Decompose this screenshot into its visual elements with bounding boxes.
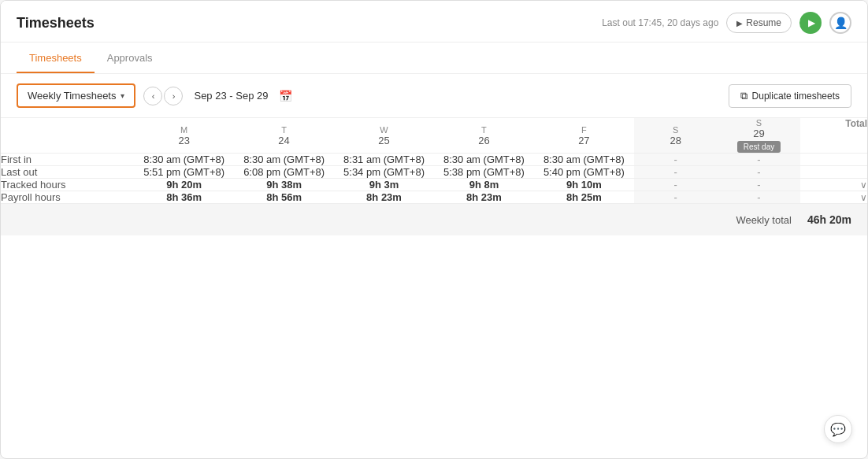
user-avatar[interactable]: 👤: [829, 12, 851, 34]
tab-timesheets[interactable]: Timesheets: [17, 43, 95, 73]
day-number-sat: 28: [634, 135, 718, 146]
tracked-hours-sun: -: [718, 179, 801, 191]
date-range: Sep 23 - Sep 29: [194, 90, 268, 102]
chat-bubble-button[interactable]: 💬: [824, 415, 852, 443]
first-in-wed: 8:31 am (GMT+8): [334, 154, 434, 166]
nav-arrows: ‹ ›: [143, 87, 183, 105]
first-in-row: First in 8:30 am (GMT+8) 8:30 am (GMT+8)…: [1, 154, 867, 166]
day-header-thu: T 26: [434, 118, 534, 154]
next-week-button[interactable]: ›: [164, 87, 183, 105]
chat-icon: 💬: [830, 422, 846, 437]
duplicate-btn-label: Duplicate timesheets: [752, 91, 840, 102]
tracked-hours-expand[interactable]: ∨: [800, 179, 867, 191]
payroll-hours-label: Payroll hours: [1, 191, 134, 204]
weekly-timesheets-button[interactable]: Weekly Timesheets ▾: [17, 83, 135, 108]
first-in-fri: 8:30 am (GMT+8): [534, 154, 634, 166]
day-letter-sun: S: [718, 118, 801, 128]
first-in-sat: -: [634, 154, 718, 166]
last-out-text: Last out 17:45, 20 days ago: [602, 17, 718, 28]
last-out-label: Last out: [1, 166, 134, 179]
footer-row: Weekly total 46h 20m: [1, 204, 867, 236]
tracked-hours-thu: 9h 8m: [434, 179, 534, 191]
day-header-mon: M 23: [134, 118, 234, 154]
app-header: Timesheets Last out 17:45, 20 days ago ▶…: [1, 1, 867, 43]
app-title: Timesheets: [17, 15, 95, 31]
header-right: Last out 17:45, 20 days ago ▶ Resume ▶ 👤: [602, 12, 851, 34]
last-out-fri: 5:40 pm (GMT+8): [534, 166, 634, 179]
calendar-icon[interactable]: 📅: [279, 90, 292, 102]
payroll-hours-mon: 8h 36m: [134, 191, 234, 204]
day-header-sat: S 28: [634, 118, 718, 154]
day-letter-fri: F: [534, 125, 634, 135]
payroll-hours-sun: -: [718, 191, 801, 204]
avatar-icon: 👤: [834, 17, 848, 29]
first-in-total: [800, 154, 867, 166]
payroll-hours-wed: 8h 23m: [334, 191, 434, 204]
tracked-hours-row: Tracked hours 9h 20m 9h 38m 9h 3m 9h 8m …: [1, 179, 867, 191]
day-number-wed: 25: [334, 135, 434, 146]
label-header: [1, 118, 134, 154]
tab-bar: Timesheets Approvals: [1, 43, 867, 74]
day-number-mon: 23: [134, 135, 234, 146]
weekly-total-label: Weekly total: [736, 214, 792, 226]
day-letter-sat: S: [634, 125, 718, 135]
first-in-sun: -: [718, 154, 801, 166]
start-timer-button[interactable]: ▶: [799, 12, 822, 34]
resume-label: Resume: [746, 17, 781, 28]
payroll-hours-sat: -: [634, 191, 718, 204]
payroll-hours-tue: 8h 56m: [234, 191, 334, 204]
tracked-hours-mon: 9h 20m: [134, 179, 234, 191]
day-header-tue: T 24: [234, 118, 334, 154]
resume-button[interactable]: ▶ Resume: [726, 13, 792, 33]
timesheet-table: M 23 T 24 W 25 T 26 F 27: [1, 118, 867, 235]
tracked-hours-wed: 9h 3m: [334, 179, 434, 191]
last-out-total: [800, 166, 867, 179]
payroll-hours-row: Payroll hours 8h 36m 8h 56m 8h 23m 8h 23…: [1, 191, 867, 204]
last-out-thu: 5:38 pm (GMT+8): [434, 166, 534, 179]
total-header: Total: [800, 118, 867, 154]
toolbar: Weekly Timesheets ▾ ‹ › Sep 23 - Sep 29 …: [1, 74, 867, 118]
copy-icon: ⧉: [740, 90, 747, 102]
duplicate-timesheets-button[interactable]: ⧉ Duplicate timesheets: [729, 84, 851, 108]
chevron-down-icon: ∨: [860, 180, 867, 191]
tracked-hours-label: Tracked hours: [1, 179, 134, 191]
tracked-hours-tue: 9h 38m: [234, 179, 334, 191]
last-out-wed: 5:34 pm (GMT+8): [334, 166, 434, 179]
last-out-tue: 6:08 pm (GMT+8): [234, 166, 334, 179]
weekly-total-value: 46h 20m: [807, 213, 851, 226]
rest-day-badge: Rest day: [737, 141, 781, 153]
tracked-hours-sat: -: [634, 179, 718, 191]
day-number-thu: 26: [434, 135, 534, 146]
day-number-tue: 24: [234, 135, 334, 146]
day-letter-tue: T: [234, 125, 334, 135]
first-in-thu: 8:30 am (GMT+8): [434, 154, 534, 166]
day-headers-row: M 23 T 24 W 25 T 26 F 27: [1, 118, 867, 154]
weekly-btn-label: Weekly Timesheets: [28, 90, 116, 102]
day-letter-thu: T: [434, 125, 534, 135]
last-out-sat: -: [634, 166, 718, 179]
last-out-mon: 5:51 pm (GMT+8): [134, 166, 234, 179]
first-in-tue: 8:30 am (GMT+8): [234, 154, 334, 166]
last-out-sun: -: [718, 166, 801, 179]
play-circle-icon: ▶: [808, 17, 815, 28]
last-out-row: Last out 5:51 pm (GMT+8) 6:08 pm (GMT+8)…: [1, 166, 867, 179]
tracked-hours-fri: 9h 10m: [534, 179, 634, 191]
day-letter-mon: M: [134, 125, 234, 135]
tab-approvals[interactable]: Approvals: [95, 43, 165, 73]
first-in-mon: 8:30 am (GMT+8): [134, 154, 234, 166]
day-number-sun: 29: [718, 128, 801, 139]
day-header-wed: W 25: [334, 118, 434, 154]
play-icon: ▶: [736, 19, 743, 28]
chevron-down-icon: ▾: [121, 91, 124, 100]
day-letter-wed: W: [334, 125, 434, 135]
chevron-down-icon: ∨: [860, 192, 867, 203]
payroll-hours-fri: 8h 25m: [534, 191, 634, 204]
day-number-fri: 27: [534, 135, 634, 146]
payroll-hours-expand[interactable]: ∨: [800, 191, 867, 204]
payroll-hours-thu: 8h 23m: [434, 191, 534, 204]
day-header-sun: S 29 Rest day: [718, 118, 801, 154]
toolbar-left: Weekly Timesheets ▾ ‹ › Sep 23 - Sep 29 …: [17, 83, 292, 108]
prev-week-button[interactable]: ‹: [143, 87, 162, 105]
day-header-fri: F 27: [534, 118, 634, 154]
first-in-label: First in: [1, 154, 134, 166]
